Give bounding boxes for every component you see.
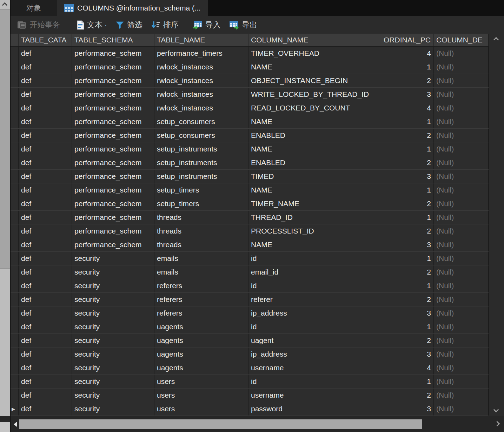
cell-column_default[interactable]: (Null) (434, 142, 489, 156)
cell-table_catalog[interactable]: def (19, 375, 72, 388)
vertical-scrollbar[interactable] (489, 34, 504, 416)
cell-table_name[interactable]: uagents (154, 347, 248, 361)
cell-table_catalog[interactable]: def (19, 74, 72, 87)
cell-table_catalog[interactable]: def (19, 211, 72, 224)
cell-table_catalog[interactable]: def (19, 306, 72, 320)
column-header-table-name[interactable]: TABLE_NAME (154, 34, 248, 46)
horizontal-scrollbar-thumb[interactable] (19, 419, 422, 429)
cell-column_name[interactable]: READ_LOCKED_BY_COUNT (248, 101, 381, 115)
cell-table_name[interactable]: setup_instruments (154, 156, 248, 169)
column-header-column-name[interactable]: COLUMN_NAME (248, 34, 381, 46)
cell-column_default[interactable]: (Null) (434, 361, 489, 374)
cell-table_name[interactable]: uagents (154, 361, 248, 374)
table-row[interactable]: defperformance_schemperformance_timersTI… (11, 47, 489, 60)
cell-table_schema[interactable]: performance_schem (72, 115, 154, 128)
cell-table_catalog[interactable]: def (19, 183, 72, 197)
cell-table_catalog[interactable]: def (19, 156, 72, 169)
cell-table_schema[interactable]: security (72, 347, 154, 361)
cell-table_schema[interactable]: performance_schem (72, 74, 154, 87)
cell-table_schema[interactable]: security (72, 306, 154, 320)
table-row[interactable]: defsecurityuagentsid1(Null) (11, 320, 489, 334)
column-header-ordinal-position[interactable]: ORDINAL_PC (381, 34, 434, 46)
cell-table_name[interactable]: threads (154, 238, 248, 251)
cell-table_schema[interactable]: security (72, 320, 154, 333)
cell-column_name[interactable]: NAME (248, 115, 381, 128)
cell-column_name[interactable]: TIMER_OVERHEAD (248, 47, 381, 60)
cell-column_default[interactable]: (Null) (434, 334, 489, 347)
cell-table_schema[interactable]: security (72, 334, 154, 347)
cell-column_name[interactable]: id (248, 320, 381, 333)
cell-ordinal_position[interactable]: 1 (381, 320, 434, 333)
cell-table_schema[interactable]: security (72, 361, 154, 374)
cell-table_schema[interactable]: performance_schem (72, 88, 154, 101)
cell-table_catalog[interactable]: def (19, 170, 72, 183)
cell-column_default[interactable]: (Null) (434, 389, 489, 402)
cell-table_name[interactable]: setup_consumers (154, 129, 248, 142)
cell-column_name[interactable]: NAME (248, 238, 381, 251)
cell-table_name[interactable]: rwlock_instances (154, 60, 248, 74)
cell-table_catalog[interactable]: def (19, 197, 72, 210)
cell-column_name[interactable]: ENABLED (248, 156, 381, 169)
cell-ordinal_position[interactable]: 1 (381, 279, 434, 292)
column-header-column-default[interactable]: COLUMN_DE (434, 34, 489, 46)
column-header-table-catalog[interactable]: TABLE_CATA (19, 34, 72, 46)
cell-ordinal_position[interactable]: 1 (381, 375, 434, 388)
cell-column_name[interactable]: uagent (248, 334, 381, 347)
cell-table_catalog[interactable]: def (19, 115, 72, 128)
cell-column_name[interactable]: NAME (248, 60, 381, 74)
cell-column_name[interactable]: OBJECT_INSTANCE_BEGIN (248, 74, 381, 87)
table-row[interactable]: defperformance_schemsetup_timersNAME1(Nu… (11, 183, 489, 197)
cell-column_name[interactable]: id (248, 375, 381, 388)
cell-column_name[interactable]: PROCESSLIST_ID (248, 224, 381, 238)
table-row[interactable]: defsecurityemailsemail_id2(Null) (11, 265, 489, 279)
cell-ordinal_position[interactable]: 2 (381, 129, 434, 142)
cell-ordinal_position[interactable]: 2 (381, 224, 434, 238)
cell-ordinal_position[interactable]: 1 (381, 252, 434, 265)
cell-table_schema[interactable]: performance_schem (72, 129, 154, 142)
table-row[interactable]: defperformance_schemsetup_consumersENABL… (11, 129, 489, 142)
cell-ordinal_position[interactable]: 2 (381, 334, 434, 347)
cell-ordinal_position[interactable]: 1 (381, 115, 434, 128)
cell-table_schema[interactable]: performance_schem (72, 183, 154, 197)
cell-table_name[interactable]: setup_instruments (154, 142, 248, 156)
table-row[interactable]: defsecurityreferersip_address3(Null) (11, 306, 489, 320)
cell-ordinal_position[interactable]: 3 (381, 170, 434, 183)
cell-column_name[interactable]: username (248, 361, 381, 374)
cell-ordinal_position[interactable]: 4 (381, 47, 434, 60)
cell-column_default[interactable]: (Null) (434, 156, 489, 169)
cell-table_schema[interactable]: security (72, 293, 154, 306)
cell-ordinal_position[interactable]: 2 (381, 156, 434, 169)
cell-table_schema[interactable]: performance_schem (72, 211, 154, 224)
table-row[interactable]: defperformance_schemsetup_instrumentsENA… (11, 156, 489, 170)
cell-table_name[interactable]: referers (154, 293, 248, 306)
cell-table_schema[interactable]: performance_schem (72, 101, 154, 115)
cell-table_schema[interactable]: security (72, 375, 154, 388)
cell-column_name[interactable]: THREAD_ID (248, 211, 381, 224)
cell-table_name[interactable]: performance_timers (154, 47, 248, 60)
table-row[interactable]: defperformance_schemrwlock_instancesOBJE… (11, 74, 489, 88)
cell-table_name[interactable]: setup_instruments (154, 170, 248, 183)
scroll-left-arrow-icon[interactable] (14, 421, 17, 427)
cell-column_name[interactable]: email_id (248, 265, 381, 279)
table-row[interactable]: defperformance_schemrwlock_instancesNAME… (11, 60, 489, 74)
cell-table_name[interactable]: setup_consumers (154, 115, 248, 128)
table-row[interactable]: defperformance_schemsetup_consumersNAME1… (11, 115, 489, 129)
cell-table_name[interactable]: rwlock_instances (154, 101, 248, 115)
cell-table_catalog[interactable]: def (19, 265, 72, 279)
import-button[interactable]: 导入 (189, 18, 224, 32)
column-header-table-schema[interactable]: TABLE_SCHEMA (72, 34, 154, 46)
scrollbar-down-arrow-icon[interactable] (493, 407, 499, 413)
cell-table_catalog[interactable]: def (19, 238, 72, 251)
cell-column_default[interactable]: (Null) (434, 129, 489, 142)
cell-column_default[interactable]: (Null) (434, 183, 489, 197)
cell-table_catalog[interactable]: def (19, 88, 72, 101)
filter-button[interactable]: 筛选 (112, 18, 146, 32)
cell-ordinal_position[interactable]: 2 (381, 389, 434, 402)
table-row[interactable]: ▶defsecurityuserspassword3(Null) (11, 402, 489, 416)
cell-table_name[interactable]: threads (154, 211, 248, 224)
table-row[interactable]: defsecurityemailsid1(Null) (11, 252, 489, 265)
cell-table_catalog[interactable]: def (19, 293, 72, 306)
cell-ordinal_position[interactable]: 2 (381, 74, 434, 87)
cell-table_catalog[interactable]: def (19, 320, 72, 333)
cell-table_schema[interactable]: performance_schem (72, 156, 154, 169)
